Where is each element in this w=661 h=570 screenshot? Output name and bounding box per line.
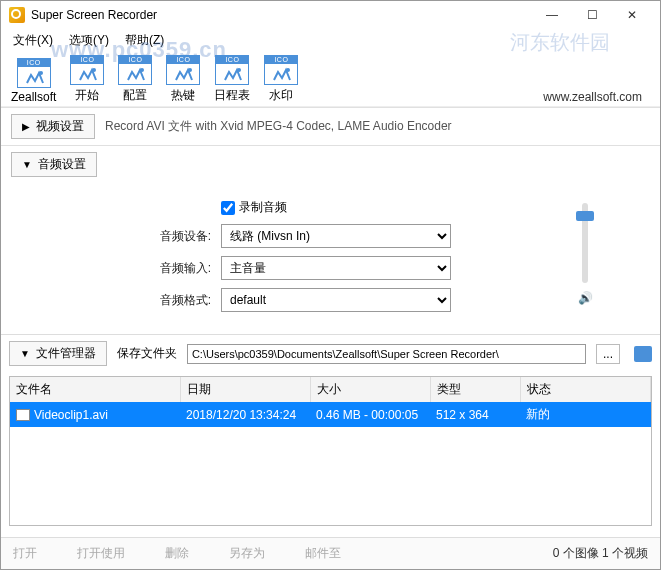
volume-slider[interactable]	[582, 203, 588, 283]
open-with-button[interactable]: 打开使用	[77, 545, 125, 562]
folder-icon[interactable]	[634, 346, 652, 362]
table-row[interactable]: Videoclip1.avi 2018/12/20 13:34:24 0.46 …	[10, 402, 651, 427]
col-date[interactable]: 日期	[180, 377, 310, 402]
cell-name: Videoclip1.avi	[34, 408, 108, 422]
cell-state: 新的	[520, 402, 651, 427]
video-description: Record AVI 文件 with Xvid MPEG-4 Codec, LA…	[105, 118, 452, 135]
toolbar-zeallsoft[interactable]: ICOZeallsoft	[11, 58, 56, 104]
table-header-row: 文件名 日期 大小 类型 状态	[10, 377, 651, 402]
audio-device-label: 音频设备:	[141, 228, 211, 245]
toolbar-hotkey[interactable]: ICO热键	[166, 55, 200, 104]
toolbar-start[interactable]: ICO开始	[70, 55, 104, 104]
file-manager-expander[interactable]: ▼文件管理器	[9, 341, 107, 366]
mail-button[interactable]: 邮件至	[305, 545, 341, 562]
app-icon	[9, 7, 25, 23]
audio-device-select[interactable]: 线路 (Mivsn In)	[221, 224, 451, 248]
save-folder-label: 保存文件夹	[117, 345, 177, 362]
cell-date: 2018/12/20 13:34:24	[180, 402, 310, 427]
audio-expander[interactable]: ▼音频设置	[11, 152, 97, 177]
close-button[interactable]: ✕	[612, 1, 652, 29]
audio-input-select[interactable]: 主音量	[221, 256, 451, 280]
col-name[interactable]: 文件名	[10, 377, 180, 402]
svg-point-4	[237, 68, 241, 72]
svg-point-1	[92, 68, 96, 72]
record-audio-label: 录制音频	[239, 199, 287, 216]
svg-point-2	[140, 68, 144, 72]
menu-bar: 文件(X) 选项(Y) 帮助(Z)	[1, 29, 660, 51]
video-section: ▶视频设置 Record AVI 文件 with Xvid MPEG-4 Cod…	[1, 107, 660, 145]
website-link[interactable]: www.zeallsoft.com	[543, 90, 650, 104]
col-state[interactable]: 状态	[520, 377, 651, 402]
audio-input-label: 音频输入:	[141, 260, 211, 277]
bottom-bar: 打开 打开使用 删除 另存为 邮件至 0 个图像 1 个视频	[1, 537, 660, 569]
status-text: 0 个图像 1 个视频	[553, 545, 648, 562]
audio-format-select[interactable]: default	[221, 288, 451, 312]
col-size[interactable]: 大小	[310, 377, 430, 402]
svg-point-5	[286, 68, 290, 72]
video-expander[interactable]: ▶视频设置	[11, 114, 95, 139]
record-audio-checkbox[interactable]	[221, 201, 235, 215]
audio-format-label: 音频格式:	[141, 292, 211, 309]
cell-size: 0.46 MB - 00:00:05	[310, 402, 430, 427]
menu-option[interactable]: 选项(Y)	[61, 30, 117, 51]
file-icon	[16, 409, 30, 421]
cell-type: 512 x 364	[430, 402, 520, 427]
window-title: Super Screen Recorder	[31, 8, 532, 22]
chevron-down-icon: ▼	[22, 159, 32, 170]
save-path-input[interactable]	[187, 344, 586, 364]
col-type[interactable]: 类型	[430, 377, 520, 402]
file-manager-label: 文件管理器	[36, 345, 96, 362]
menu-help[interactable]: 帮助(Z)	[117, 30, 172, 51]
file-grid[interactable]: 文件名 日期 大小 类型 状态 Videoclip1.avi 2018/12/2…	[9, 376, 652, 526]
delete-button[interactable]: 删除	[165, 545, 189, 562]
speaker-icon[interactable]: 🔊	[578, 291, 593, 305]
open-button[interactable]: 打开	[13, 545, 37, 562]
file-section: ▼文件管理器 保存文件夹 ... 文件名 日期 大小 类型 状态 Videocl…	[1, 334, 660, 526]
slider-thumb[interactable]	[576, 211, 594, 221]
toolbar-schedule[interactable]: ICO日程表	[214, 55, 250, 104]
saveas-button[interactable]: 另存为	[229, 545, 265, 562]
svg-point-3	[188, 68, 192, 72]
toolbar: ICOZeallsoft ICO开始 ICO配置 ICO热键 ICO日程表 IC…	[1, 51, 660, 107]
toolbar-watermark[interactable]: ICO水印	[264, 55, 298, 104]
audio-header-label: 音频设置	[38, 156, 86, 173]
chevron-down-icon: ▼	[20, 348, 30, 359]
toolbar-config[interactable]: ICO配置	[118, 55, 152, 104]
title-bar: Super Screen Recorder — ☐ ✕	[1, 1, 660, 29]
video-header-label: 视频设置	[36, 118, 84, 135]
maximize-button[interactable]: ☐	[572, 1, 612, 29]
audio-section: ▼音频设置 录制音频 音频设备: 线路 (Mivsn In) 音频输入: 主音量…	[1, 145, 660, 334]
svg-point-0	[39, 71, 43, 75]
chevron-right-icon: ▶	[22, 121, 30, 132]
browse-button[interactable]: ...	[596, 344, 620, 364]
minimize-button[interactable]: —	[532, 1, 572, 29]
menu-file[interactable]: 文件(X)	[5, 30, 61, 51]
